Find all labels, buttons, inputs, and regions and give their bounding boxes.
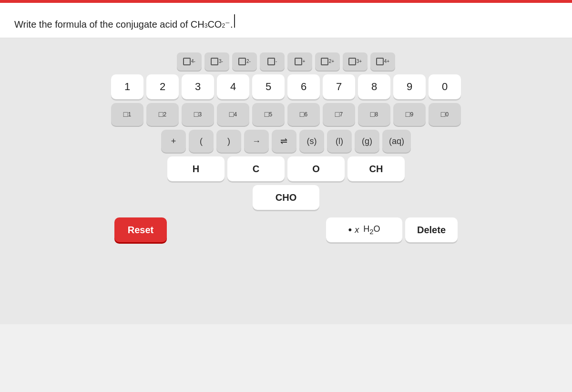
charge-plus-button[interactable]: + bbox=[287, 52, 312, 71]
water-x: x bbox=[355, 225, 359, 235]
sub-7-button[interactable]: □7 bbox=[323, 103, 355, 126]
oxygen-button[interactable]: O bbox=[287, 156, 345, 181]
num-9-button[interactable]: 9 bbox=[393, 74, 426, 99]
ch3-subscript: 3 bbox=[204, 22, 208, 29]
bottom-row: Reset • x H2O Delete bbox=[114, 217, 458, 242]
sub-5-button[interactable]: □5 bbox=[252, 103, 285, 126]
charge-2minus-button[interactable]: 2- bbox=[232, 52, 257, 71]
num-4-button[interactable]: 4 bbox=[217, 74, 249, 99]
question-suffix: ⁻. bbox=[225, 19, 233, 30]
number-row: 1 2 3 4 5 6 7 8 9 0 bbox=[111, 74, 461, 99]
question-prefix: Write the formula of the conjugate acid … bbox=[14, 19, 204, 30]
open-paren-button[interactable]: ( bbox=[189, 130, 214, 153]
charge-4plus-button[interactable]: 4+ bbox=[370, 52, 395, 71]
element-row: H C O CH bbox=[167, 156, 405, 181]
num-0-button[interactable]: 0 bbox=[429, 74, 461, 99]
water-bullet: • bbox=[348, 224, 352, 236]
ch-button[interactable]: CH bbox=[347, 156, 405, 181]
cho-row: CHO bbox=[253, 185, 319, 210]
sub-2-button[interactable]: □2 bbox=[146, 103, 179, 126]
water-button[interactable]: • x H2O bbox=[326, 217, 402, 242]
bottom-right: • x H2O Delete bbox=[326, 217, 458, 242]
close-paren-button[interactable]: ) bbox=[216, 130, 241, 153]
arrow-right-button[interactable]: → bbox=[244, 130, 269, 153]
keyboard-area: 4- 3- 2- - + 2+ 3+ 4+ 1 2 3 4 5 6 7 8 bbox=[0, 38, 572, 324]
sub-1-button[interactable]: □1 bbox=[111, 103, 143, 126]
liquid-button[interactable]: (l) bbox=[327, 130, 352, 153]
hydrogen-button[interactable]: H bbox=[167, 156, 225, 181]
operator-row: + ( ) → ⇌ (s) (l) (g) (aq) bbox=[161, 130, 411, 153]
num-5-button[interactable]: 5 bbox=[252, 74, 285, 99]
solid-button[interactable]: (s) bbox=[299, 130, 324, 153]
carbon-button[interactable]: C bbox=[227, 156, 285, 181]
question-co: CO bbox=[207, 19, 222, 30]
aqueous-button[interactable]: (aq) bbox=[382, 130, 411, 153]
charge-3minus-button[interactable]: 3- bbox=[204, 52, 229, 71]
reset-button[interactable]: Reset bbox=[114, 217, 167, 242]
num-1-button[interactable]: 1 bbox=[111, 74, 143, 99]
cursor bbox=[234, 14, 235, 28]
charge-row: 4- 3- 2- - + 2+ 3+ 4+ bbox=[177, 52, 395, 71]
sub-4-button[interactable]: □4 bbox=[217, 103, 249, 126]
delete-button[interactable]: Delete bbox=[405, 217, 458, 242]
equilibrium-button[interactable]: ⇌ bbox=[272, 130, 296, 153]
question-text: Write the formula of the conjugate acid … bbox=[14, 14, 558, 30]
plus-button[interactable]: + bbox=[161, 130, 186, 153]
charge-minus-button[interactable]: - bbox=[260, 52, 285, 71]
sub-8-button[interactable]: □8 bbox=[358, 103, 390, 126]
cho-button[interactable]: CHO bbox=[253, 185, 319, 210]
sub-3-button[interactable]: □3 bbox=[182, 103, 214, 126]
num-3-button[interactable]: 3 bbox=[182, 74, 214, 99]
water-formula: H2O bbox=[361, 224, 380, 236]
subscript-row: □1 □2 □3 □4 □5 □6 □7 □8 □9 □0 bbox=[111, 103, 461, 126]
charge-2plus-button[interactable]: 2+ bbox=[315, 52, 340, 71]
charge-3plus-button[interactable]: 3+ bbox=[343, 52, 368, 71]
question-area: Write the formula of the conjugate acid … bbox=[0, 3, 572, 38]
sub-0-button[interactable]: □0 bbox=[429, 103, 461, 126]
charge-4minus-button[interactable]: 4- bbox=[177, 52, 202, 71]
num-7-button[interactable]: 7 bbox=[323, 74, 355, 99]
co2-subscript: 2 bbox=[222, 22, 225, 29]
num-6-button[interactable]: 6 bbox=[287, 74, 320, 99]
num-8-button[interactable]: 8 bbox=[358, 74, 390, 99]
gas-button[interactable]: (g) bbox=[355, 130, 379, 153]
sub-6-button[interactable]: □6 bbox=[287, 103, 320, 126]
sub-9-button[interactable]: □9 bbox=[393, 103, 426, 126]
num-2-button[interactable]: 2 bbox=[146, 74, 179, 99]
